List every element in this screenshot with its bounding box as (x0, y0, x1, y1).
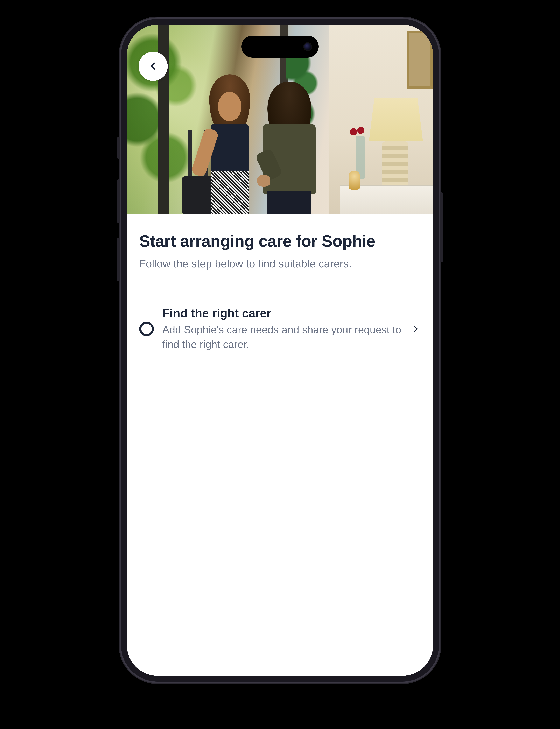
side-button-volume-up (117, 179, 120, 223)
page-subtitle: Follow the step below to find suitable c… (139, 257, 421, 271)
dynamic-island (241, 36, 319, 58)
side-button-silence (117, 137, 120, 159)
chevron-right-icon (411, 324, 421, 334)
side-button-volume-down (117, 238, 120, 282)
back-button[interactable] (139, 52, 168, 81)
front-camera (303, 42, 312, 51)
chevron-left-icon (148, 61, 158, 72)
screen: Start arranging care for Sophie Follow t… (127, 25, 433, 676)
side-button-power (440, 193, 443, 263)
step-description: Add Sophie's care needs and share your r… (162, 323, 402, 352)
step-status-circle-icon (139, 322, 154, 336)
step-find-carer[interactable]: Find the right carer Add Sophie's care n… (139, 306, 421, 352)
step-title: Find the right carer (162, 306, 402, 320)
phone-frame: Start arranging care for Sophie Follow t… (120, 18, 440, 683)
page-title: Start arranging care for Sophie (139, 232, 421, 251)
step-text: Find the right carer Add Sophie's care n… (162, 306, 402, 352)
content-area: Start arranging care for Sophie Follow t… (127, 214, 433, 352)
